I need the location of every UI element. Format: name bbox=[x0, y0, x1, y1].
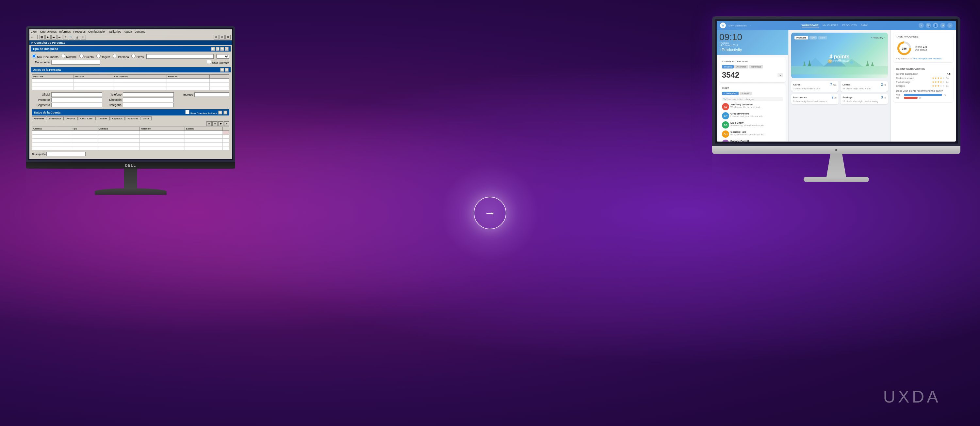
cuenta-table-btn-3[interactable]: ▶ bbox=[218, 121, 223, 126]
tab-finanzas[interactable]: Finanzas bbox=[125, 116, 140, 120]
toolbar-btn-7[interactable]: 🖨 bbox=[75, 35, 80, 40]
chat-item-4[interactable]: GH Gordon Hale Bill is the shortest pers… bbox=[722, 130, 783, 138]
menu-procesos[interactable]: Procesos bbox=[73, 30, 86, 33]
ingreso-input[interactable] bbox=[194, 92, 229, 97]
help-icon[interactable]: ? bbox=[919, 23, 924, 28]
busqueda-select[interactable] bbox=[216, 54, 229, 59]
menu-utilitarios[interactable]: Utilitarios bbox=[109, 30, 121, 33]
busqueda-btn-4[interactable]: ✂ bbox=[225, 47, 229, 51]
solo-cuentas-checkbox[interactable]: Sólo Cuentas Activas bbox=[185, 110, 217, 115]
cuenta-row[interactable] bbox=[32, 139, 229, 143]
toolbar-btn-2[interactable]: ▶ bbox=[45, 35, 51, 40]
val-tab-renewals[interactable]: Renewals bbox=[749, 65, 763, 68]
radio-nro-doc[interactable]: Nro. Documento bbox=[32, 54, 59, 59]
busqueda-otros-input[interactable] bbox=[146, 54, 214, 59]
my-tab[interactable]: My bbox=[810, 36, 816, 40]
segmento-input[interactable] bbox=[51, 103, 102, 107]
radio-persona[interactable]: Persona bbox=[113, 54, 129, 59]
cuenta-btn-1[interactable]: ⊞ bbox=[218, 111, 222, 114]
products-label: Products bbox=[794, 36, 808, 40]
fullscreen-nav-icon[interactable]: ⤢ bbox=[947, 23, 953, 28]
menu-ayuda[interactable]: Ayuda bbox=[124, 30, 132, 33]
mountain-scene bbox=[791, 49, 888, 78]
toolbar-btn-1[interactable]: ⬛ bbox=[40, 35, 45, 40]
documento-input[interactable] bbox=[51, 60, 100, 65]
menu-informes[interactable]: Informes bbox=[59, 30, 71, 33]
main-dashboard-link[interactable]: Main dashboard bbox=[729, 24, 747, 27]
chat-msg-4: Bill is the shortest person you ev... bbox=[730, 133, 765, 136]
telefono-input[interactable] bbox=[123, 92, 174, 97]
chat-search[interactable]: 🔍 Type here to find colleague bbox=[722, 97, 783, 101]
bank-tab[interactable]: Bank bbox=[818, 36, 827, 40]
tab-prestamos[interactable]: Préstamos bbox=[47, 116, 64, 120]
nav-products[interactable]: PRODUCTS bbox=[842, 24, 857, 27]
val-tab-inweek[interactable]: In week bbox=[722, 65, 734, 68]
chat-item-5[interactable]: RB Rosalie Barrett I hope you have every… bbox=[722, 139, 783, 142]
cuenta-btn-2[interactable]: ⊟ bbox=[223, 111, 228, 114]
oficial-input[interactable] bbox=[51, 92, 102, 97]
imac-base bbox=[803, 177, 869, 182]
categoria-input[interactable] bbox=[123, 103, 174, 107]
cuenta-row[interactable] bbox=[32, 131, 229, 135]
col-estado: Estado bbox=[185, 127, 223, 131]
descripcion-input[interactable] bbox=[46, 152, 86, 156]
persona-btn-1[interactable]: ⊞ bbox=[220, 68, 224, 72]
tab-ctas-ctes[interactable]: Ctas. Ctes. bbox=[78, 116, 96, 120]
solo-clientes-checkbox[interactable]: Sólo Clientes bbox=[207, 60, 229, 65]
toolbar-btn-11[interactable]: ⊠ bbox=[225, 35, 231, 40]
cuenta-table-btn-1[interactable]: ⊞ bbox=[207, 121, 212, 126]
direccion-input[interactable] bbox=[123, 98, 174, 102]
chat-item-1[interactable]: AJ Anthony Johnson We discuss it in the … bbox=[722, 103, 783, 110]
right-panel: Task progress 286 In time bbox=[891, 30, 956, 142]
chat-item-3[interactable]: DS Dale Shaw AltaMeeting: When there is … bbox=[722, 121, 783, 128]
radio-nombre[interactable]: Nombre bbox=[61, 54, 77, 59]
cuenta-row[interactable] bbox=[32, 135, 229, 139]
nav-my-clients[interactable]: MY CLIENTS bbox=[822, 24, 838, 27]
tab-general[interactable]: General bbox=[32, 116, 46, 120]
busqueda-btn-2[interactable]: ◀ bbox=[216, 47, 220, 51]
menu-ventana[interactable]: Ventana bbox=[135, 30, 145, 33]
cuenta-table-btn-4[interactable]: ✂ bbox=[224, 121, 229, 126]
colleagues-btn[interactable]: Colleagues bbox=[722, 92, 738, 95]
table-row[interactable] bbox=[32, 79, 229, 82]
promotor-input[interactable] bbox=[51, 98, 102, 102]
cuenta-row[interactable] bbox=[32, 143, 229, 146]
toolbar-btn-8[interactable]: ✂ bbox=[81, 35, 86, 40]
toolbar-btn-9[interactable]: ⊞ bbox=[214, 35, 219, 40]
settings-nav-icon[interactable]: ⚙ bbox=[940, 23, 945, 28]
documento-label: Documento bbox=[32, 61, 50, 64]
toolbar-btn-4[interactable]: ⏭ bbox=[57, 35, 62, 40]
month-selector[interactable]: ‹ February › bbox=[871, 36, 885, 39]
table-row[interactable] bbox=[32, 82, 229, 86]
busqueda-btn-3[interactable]: ✎ bbox=[220, 47, 224, 51]
val-tab-allphotos[interactable]: All photos bbox=[734, 65, 748, 68]
radio-tarjeta[interactable]: Tarjeta bbox=[96, 54, 110, 59]
clients-btn[interactable]: Clients bbox=[740, 92, 752, 95]
menu-operaciones[interactable]: Operaciones bbox=[40, 30, 57, 33]
tab-otros[interactable]: Otros bbox=[141, 116, 152, 120]
cuenta-row[interactable] bbox=[32, 146, 229, 150]
table-row[interactable] bbox=[32, 86, 229, 90]
toolbar-btn-3[interactable]: ⏮ bbox=[51, 35, 57, 40]
tab-tarjetas[interactable]: Tarjetas bbox=[96, 116, 110, 120]
toolbar-btn-6[interactable]: 🔍 bbox=[69, 35, 74, 40]
tab-ahorros[interactable]: Ahorros bbox=[64, 116, 78, 120]
validation-next-btn[interactable]: > bbox=[778, 73, 783, 77]
radio-cuenta[interactable]: Cuenta bbox=[80, 54, 94, 59]
user-nav-icon[interactable]: 👤 bbox=[933, 23, 938, 28]
toolbar-btn-10[interactable]: ⊟ bbox=[220, 35, 225, 40]
tab-cambios[interactable]: Cambios bbox=[110, 116, 125, 120]
busqueda-btn-1[interactable]: ▶ bbox=[211, 47, 215, 51]
menu-configuracion[interactable]: Configuración bbox=[88, 30, 107, 33]
radio-otros[interactable]: Otros bbox=[131, 54, 144, 59]
task-progress-content: 286 In time 272 Due date 14 bbox=[896, 40, 951, 56]
search-nav-icon[interactable]: 🔍 bbox=[926, 23, 931, 28]
chat-item-2[interactable]: GP Gregory Peters I have closed your cal… bbox=[722, 112, 783, 119]
persona-btn-2[interactable]: ⊟ bbox=[225, 68, 229, 72]
nav-workspace[interactable]: WORKSPACE bbox=[802, 24, 819, 27]
nav-bank[interactable]: BANK bbox=[861, 24, 868, 27]
insurances-title: Insurances bbox=[793, 96, 807, 99]
cuenta-table-btn-2[interactable]: ⊟ bbox=[212, 121, 218, 126]
menu-crm[interactable]: CRM bbox=[31, 30, 38, 33]
toolbar-btn-5[interactable]: ✎ bbox=[63, 35, 68, 40]
